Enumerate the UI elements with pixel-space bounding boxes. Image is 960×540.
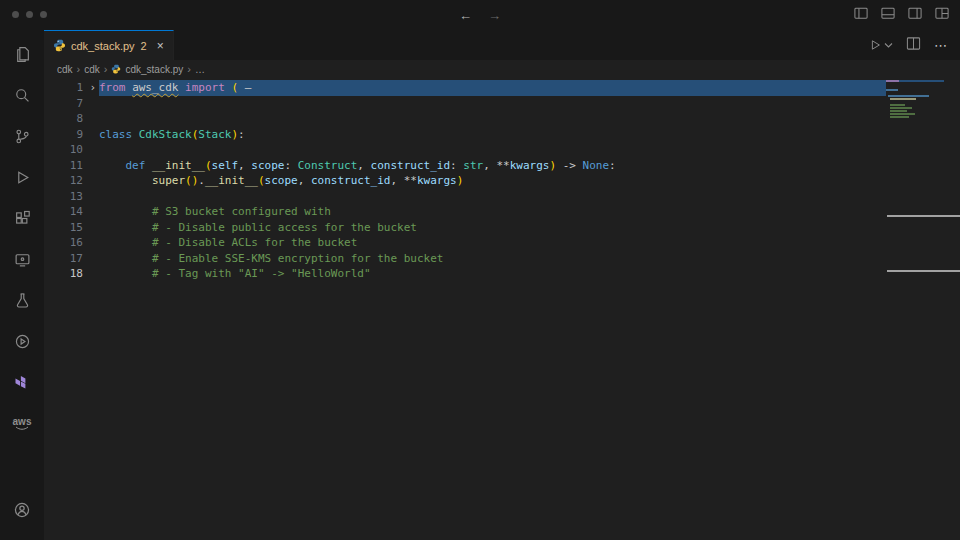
- code-text[interactable]: # - Disable ACLs for the bucket: [99, 235, 886, 251]
- line-number[interactable]: 8: [44, 111, 99, 127]
- tab-close-icon[interactable]: ×: [157, 39, 164, 53]
- minimap[interactable]: [886, 80, 944, 119]
- window-maximize-button[interactable]: [40, 11, 47, 18]
- python-file-icon: [111, 64, 121, 74]
- terraform-icon[interactable]: [0, 362, 44, 403]
- code-line[interactable]: 16 # - Disable ACLs for the bucket: [44, 235, 960, 251]
- code-text[interactable]: # - Disable public access for the bucket: [99, 220, 886, 236]
- breadcrumb-symbol[interactable]: …: [195, 64, 205, 75]
- search-icon[interactable]: [0, 75, 44, 116]
- code-line[interactable]: 7: [44, 96, 960, 112]
- remote-explorer-icon[interactable]: [0, 239, 44, 280]
- fold-chevron-icon[interactable]: ›: [89, 80, 96, 96]
- line-number[interactable]: 11: [44, 158, 99, 174]
- customize-layout-icon[interactable]: [934, 6, 950, 25]
- tab-cdk-stack[interactable]: cdk_stack.py 2 ×: [44, 30, 174, 60]
- code-text[interactable]: [99, 142, 886, 158]
- line-number[interactable]: 16: [44, 235, 99, 251]
- editor-group: cdk_stack.py 2 × ⋯ cdk › cdk › cdk_stack…: [44, 30, 960, 540]
- line-number[interactable]: 18: [44, 266, 99, 282]
- code-line[interactable]: 11 def __init__(self, scope: Construct, …: [44, 158, 960, 174]
- toggle-panel-icon[interactable]: [880, 6, 896, 25]
- code-line[interactable]: 15 # - Disable public access for the buc…: [44, 220, 960, 236]
- run-and-debug-icon[interactable]: [0, 157, 44, 198]
- window-close-button[interactable]: [12, 11, 19, 18]
- more-actions-icon[interactable]: ⋯: [934, 38, 947, 53]
- code-text[interactable]: from aws_cdk import ( —: [99, 80, 886, 96]
- breadcrumb: cdk › cdk › cdk_stack.py › …: [44, 60, 960, 78]
- history-forward-button[interactable]: →: [488, 8, 501, 23]
- tab-bar[interactable]: cdk_stack.py 2 × ⋯: [44, 30, 960, 60]
- code-line[interactable]: 17 # - Enable SSE-KMS encryption for the…: [44, 251, 960, 267]
- code-text[interactable]: [99, 189, 886, 205]
- toggle-secondary-sidebar-icon[interactable]: [907, 6, 923, 25]
- extensions-icon[interactable]: [0, 198, 44, 239]
- code-text[interactable]: def __init__(self, scope: Construct, con…: [99, 158, 886, 174]
- run-icon: [868, 38, 882, 52]
- breadcrumb-file[interactable]: cdk_stack.py: [125, 64, 183, 75]
- tab-badge: 2: [141, 40, 147, 52]
- line-number[interactable]: 14: [44, 204, 99, 220]
- tab-label: cdk_stack.py: [71, 40, 135, 52]
- overview-ruler-mark: [887, 215, 960, 217]
- title-bar: ← →: [0, 0, 960, 30]
- toggle-sidebar-icon[interactable]: [853, 6, 869, 25]
- breadcrumb-folder[interactable]: cdk: [57, 64, 73, 75]
- breadcrumb-separator-icon: ›: [77, 63, 81, 75]
- code-text[interactable]: # - Enable SSE-KMS encryption for the bu…: [99, 251, 886, 267]
- account-icon[interactable]: [0, 489, 44, 530]
- code-line[interactable]: 12 super().__init__(scope, construct_id,…: [44, 173, 960, 189]
- code-lines: 1›from aws_cdk import ( —789class CdkSta…: [44, 78, 960, 282]
- overview-ruler-mark: [887, 270, 960, 272]
- split-editor-icon[interactable]: [906, 36, 921, 55]
- run-python-file-button[interactable]: [868, 38, 893, 52]
- history-back-button[interactable]: ←: [459, 8, 472, 23]
- code-line[interactable]: 8: [44, 111, 960, 127]
- explorer-icon[interactable]: [0, 34, 44, 75]
- run-circle-icon[interactable]: [0, 321, 44, 362]
- code-line[interactable]: 10: [44, 142, 960, 158]
- line-number[interactable]: 15: [44, 220, 99, 236]
- window-controls[interactable]: [12, 11, 47, 18]
- code-editor[interactable]: 1›from aws_cdk import ( —789class CdkSta…: [44, 78, 960, 540]
- breadcrumb-folder[interactable]: cdk: [84, 64, 100, 75]
- testing-beaker-icon[interactable]: [0, 280, 44, 321]
- line-number[interactable]: 1›: [44, 80, 99, 96]
- code-line[interactable]: 18 # - Tag with "AI" -> "HelloWorld": [44, 266, 960, 282]
- line-number[interactable]: 12: [44, 173, 99, 189]
- line-number[interactable]: 9: [44, 127, 99, 143]
- code-line[interactable]: 13: [44, 189, 960, 205]
- aws-icon-label: aws: [13, 417, 32, 426]
- python-file-icon: [53, 39, 66, 52]
- code-line[interactable]: 1›from aws_cdk import ( —: [44, 80, 960, 96]
- chevron-down-icon: [884, 42, 893, 49]
- line-number[interactable]: 7: [44, 96, 99, 112]
- code-text[interactable]: super().__init__(scope, construct_id, **…: [99, 173, 886, 189]
- aws-icon[interactable]: aws: [0, 403, 44, 444]
- line-number[interactable]: 10: [44, 142, 99, 158]
- source-control-icon[interactable]: [0, 116, 44, 157]
- activity-bar: aws: [0, 30, 44, 540]
- breadcrumb-separator-icon: ›: [104, 63, 108, 75]
- code-line[interactable]: 14 # S3 bucket configured with: [44, 204, 960, 220]
- line-number[interactable]: 17: [44, 251, 99, 267]
- code-text[interactable]: [99, 111, 886, 127]
- code-line[interactable]: 9class CdkStack(Stack):: [44, 127, 960, 143]
- code-text[interactable]: # - Tag with "AI" -> "HelloWorld": [99, 266, 886, 282]
- code-text[interactable]: class CdkStack(Stack):: [99, 127, 886, 143]
- code-text[interactable]: # S3 bucket configured with: [99, 204, 886, 220]
- code-text[interactable]: [99, 96, 886, 112]
- line-number[interactable]: 13: [44, 189, 99, 205]
- breadcrumb-separator-icon: ›: [187, 63, 191, 75]
- window-minimize-button[interactable]: [26, 11, 33, 18]
